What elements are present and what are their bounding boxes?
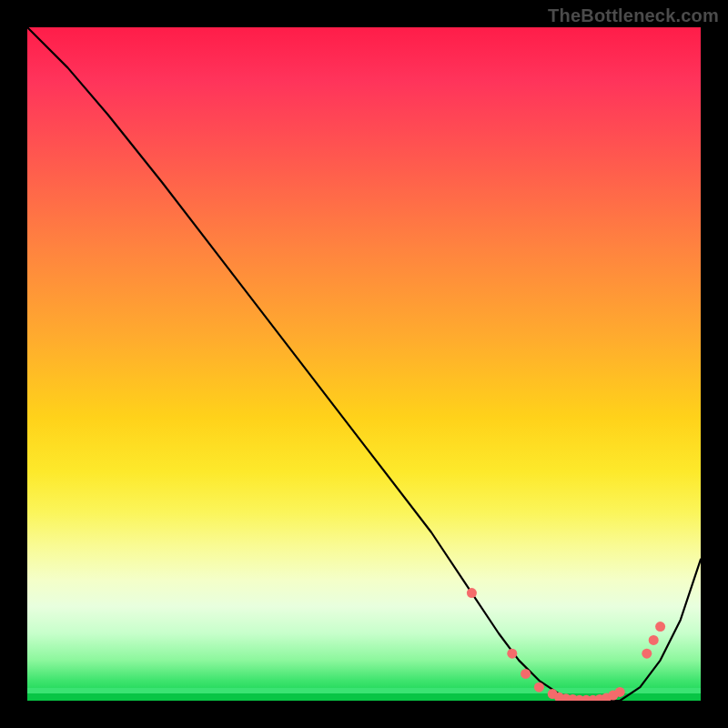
data-marker bbox=[642, 649, 652, 659]
chart-stage: TheBottleneck.com bbox=[0, 0, 728, 728]
bottleneck-curve bbox=[27, 27, 701, 701]
data-marker bbox=[649, 635, 659, 645]
data-marker bbox=[521, 669, 531, 679]
data-marker bbox=[467, 588, 477, 598]
watermark-text: TheBottleneck.com bbox=[548, 5, 719, 26]
data-marker bbox=[615, 687, 625, 697]
plot-area bbox=[27, 27, 701, 701]
marker-group bbox=[467, 588, 665, 701]
data-marker bbox=[507, 649, 517, 659]
curve-svg bbox=[27, 27, 701, 701]
data-marker bbox=[534, 682, 544, 693]
data-marker bbox=[655, 622, 665, 632]
